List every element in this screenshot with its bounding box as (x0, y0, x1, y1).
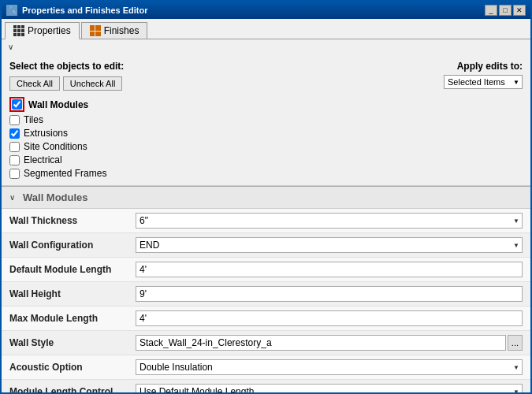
checkbox-item-wall-modules[interactable]: Wall Modules (9, 97, 523, 112)
apply-edits-dropdown[interactable]: Selected Items All Items (444, 75, 523, 89)
tab-finishes-label: Finishes (104, 25, 140, 36)
right-col: Apply edits to: Selected Items All Items (444, 61, 523, 89)
prop-value-default-module-length (128, 258, 530, 282)
apply-edits-dropdown-wrapper: Selected Items All Items (444, 75, 523, 89)
checkbox-item-site-conditions[interactable]: Site Conditions (9, 141, 523, 152)
prop-value-wall-style: ... (128, 331, 530, 355)
prop-label-acoustic-option: Acoustic Option (2, 355, 128, 380)
title-bar: 🔧 Properties and Finishes Editor _ □ ✕ (2, 2, 530, 19)
prop-label-max-module-length: Max Module Length (2, 307, 128, 331)
prop-input-max-module-length[interactable] (136, 310, 523, 326)
table-row: Default Module Length (2, 258, 530, 282)
checkbox-tiles[interactable] (9, 115, 20, 125)
prop-input-wall-height[interactable] (136, 286, 523, 302)
properties-icon (13, 25, 24, 36)
wall-modules-checkbox-wrapper (9, 97, 24, 112)
table-row: Acoustic Option Double Insulation Single… (2, 355, 530, 380)
prop-dropdown-wrapper-config: END MIDDLE CORNER (136, 237, 523, 253)
wall-style-input-group: ... (136, 335, 523, 351)
prop-value-module-length-control: Use Default Module Length Custom (128, 380, 530, 393)
title-bar-left: 🔧 Properties and Finishes Editor (6, 5, 148, 16)
checkbox-electrical[interactable] (9, 155, 20, 165)
table-row: Module Length Control Use Default Module… (2, 380, 530, 393)
main-content: ∨ Select the objects to edit: Check All … (2, 39, 530, 392)
checkbox-label-tiles: Tiles (24, 114, 43, 125)
table-row: Max Module Length (2, 307, 530, 331)
prop-input-default-module-length[interactable] (136, 262, 523, 277)
tab-properties-label: Properties (28, 25, 71, 36)
prop-label-wall-configuration: Wall Configuration (2, 233, 128, 258)
tab-bar: Properties Finishes (2, 19, 530, 39)
main-window: 🔧 Properties and Finishes Editor _ □ ✕ P… (0, 0, 532, 394)
checkbox-extrusions[interactable] (9, 128, 20, 139)
tab-properties[interactable]: Properties (5, 22, 80, 39)
left-col: Select the objects to edit: Check All Un… (9, 61, 124, 97)
scroll-area[interactable]: ∨ Select the objects to edit: Check All … (2, 39, 530, 392)
checkbox-site-conditions[interactable] (9, 142, 20, 152)
title-controls: _ □ ✕ (485, 5, 526, 16)
checkbox-label-site-conditions: Site Conditions (24, 141, 87, 152)
checkbox-list: Wall Modules Tiles Extrusions Site Condi… (9, 97, 523, 179)
prop-dropdown-wrapper-thickness: 6" 4" 8" (136, 213, 523, 229)
collapse-header[interactable]: ∨ (2, 39, 530, 54)
table-row: Wall Style ... (2, 331, 530, 355)
close-button[interactable]: ✕ (513, 5, 526, 16)
objects-title: Select the objects to edit: (9, 61, 124, 72)
maximize-button[interactable]: □ (499, 5, 512, 16)
prop-label-wall-height: Wall Height (2, 282, 128, 307)
prop-select-wall-configuration[interactable]: END MIDDLE CORNER (136, 237, 523, 253)
prop-value-max-module-length (128, 307, 530, 331)
prop-select-wall-thickness[interactable]: 6" 4" 8" (136, 213, 523, 229)
apply-edits-label: Apply edits to: (457, 61, 523, 72)
window-icon: 🔧 (6, 5, 17, 16)
prop-dropdown-wrapper-acoustic: Double Insulation Single Insulation None (136, 359, 523, 375)
prop-value-wall-configuration: END MIDDLE CORNER (128, 233, 530, 258)
check-all-button[interactable]: Check All (9, 76, 60, 91)
checkbox-item-segmented-frames[interactable]: Segmented Frames (9, 168, 523, 179)
checkbox-label-extrusions: Extrusions (24, 128, 68, 139)
checkbox-label-electrical: Electrical (24, 154, 62, 165)
window-title: Properties and Finishes Editor (22, 6, 148, 15)
prop-dropdown-wrapper-module-control: Use Default Module Length Custom (136, 384, 523, 392)
minimize-button[interactable]: _ (485, 5, 497, 16)
checkbox-item-electrical[interactable]: Electrical (9, 154, 523, 165)
checkbox-item-extrusions[interactable]: Extrusions (9, 128, 523, 139)
buttons-row: Check All Uncheck All (9, 76, 124, 91)
checkbox-item-tiles[interactable]: Tiles (9, 114, 523, 125)
section-title: Wall Modules (23, 191, 88, 203)
prop-label-module-length-control: Module Length Control (2, 380, 128, 393)
prop-select-module-length-control[interactable]: Use Default Module Length Custom (136, 384, 523, 392)
prop-input-wall-style[interactable] (136, 335, 506, 351)
wall-modules-label: Wall Modules (28, 99, 88, 110)
collapse-arrow: ∨ (8, 43, 13, 51)
table-row: Wall Thickness 6" 4" 8" (2, 209, 530, 233)
objects-section: Select the objects to edit: Check All Un… (2, 54, 530, 186)
tab-finishes[interactable]: Finishes (81, 22, 148, 39)
section-header[interactable]: ∨ Wall Modules (2, 187, 530, 209)
prop-label-wall-thickness: Wall Thickness (2, 209, 128, 233)
prop-label-default-module-length: Default Module Length (2, 258, 128, 282)
checkbox-label-segmented-frames: Segmented Frames (24, 168, 106, 179)
checkbox-segmented-frames[interactable] (9, 169, 20, 179)
section-collapse-arrow: ∨ (9, 193, 15, 202)
uncheck-all-button[interactable]: Uncheck All (63, 76, 122, 91)
table-row: Wall Configuration END MIDDLE CORNER (2, 233, 530, 258)
wall-modules-properties-section: ∨ Wall Modules Wall Thickness 6" (2, 187, 530, 392)
checkbox-wall-modules[interactable] (12, 99, 22, 110)
prop-value-acoustic-option: Double Insulation Single Insulation None (128, 355, 530, 380)
prop-value-wall-thickness: 6" 4" 8" (128, 209, 530, 233)
properties-table: Wall Thickness 6" 4" 8" (2, 209, 530, 392)
table-row: Wall Height (2, 282, 530, 307)
prop-select-acoustic-option[interactable]: Double Insulation Single Insulation None (136, 359, 523, 375)
finishes-icon (90, 25, 101, 36)
apply-edits-row: Select the objects to edit: Check All Un… (9, 61, 523, 97)
wall-style-browse-button[interactable]: ... (508, 335, 523, 351)
prop-label-wall-style: Wall Style (2, 331, 128, 355)
prop-value-wall-height (128, 282, 530, 307)
